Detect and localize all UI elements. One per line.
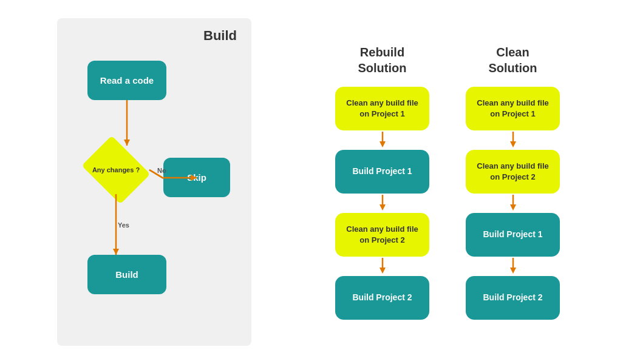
skip-node: Skip [163, 158, 230, 197]
build-label: Build [203, 28, 237, 44]
main-container: Build Read a code Any changes ? Skip Bui… [0, 0, 623, 364]
svg-marker-18 [510, 141, 516, 147]
svg-line-2 [149, 170, 163, 178]
clean-solution-title: CleanSolution [489, 44, 537, 76]
rebuild-arrow-1 [376, 130, 389, 150]
read-code-node: Read a code [87, 61, 166, 100]
flowchart-section: Build Read a code Any changes ? Skip Bui… [57, 18, 251, 346]
diamond-wrapper: Any changes ? [83, 146, 149, 194]
rebuild-arrow-2 [376, 194, 389, 213]
svg-marker-12 [380, 141, 386, 147]
svg-marker-14 [380, 204, 386, 211]
clean-step-4: Build Project 2 [466, 276, 560, 320]
svg-marker-16 [380, 268, 386, 274]
rebuild-step-1: Clean any build file on Project 1 [335, 87, 429, 130]
rebuild-arrow-3 [376, 257, 389, 276]
clean-solution-column: CleanSolution Clean any build file on Pr… [460, 44, 566, 320]
rebuild-step-2: Build Project 1 [335, 150, 429, 194]
svg-marker-22 [510, 268, 516, 274]
rebuild-solution-column: RebuildSolution Clean any build file on … [329, 44, 435, 320]
svg-marker-9 [113, 249, 119, 255]
clean-step-1: Clean any build file on Project 1 [466, 87, 560, 130]
build-node: Build [87, 255, 166, 294]
svg-line-4 [149, 170, 163, 178]
clean-step-3: Build Project 1 [466, 213, 560, 257]
clean-step-2: Clean any build file on Project 2 [466, 150, 560, 194]
clean-arrow-1 [507, 130, 519, 150]
rebuild-step-3: Clean any build file on Project 2 [335, 213, 429, 257]
diamond-label: Any changes ? [92, 166, 140, 174]
clean-arrow-3 [507, 257, 519, 276]
svg-text:Yes: Yes [118, 221, 129, 229]
svg-marker-20 [510, 204, 516, 211]
rebuild-step-4: Build Project 2 [335, 276, 429, 320]
clean-arrow-2 [507, 194, 519, 213]
rebuild-solution-title: RebuildSolution [358, 44, 407, 76]
svg-marker-1 [124, 140, 130, 146]
columns-area: RebuildSolution Clean any build file on … [329, 44, 566, 320]
